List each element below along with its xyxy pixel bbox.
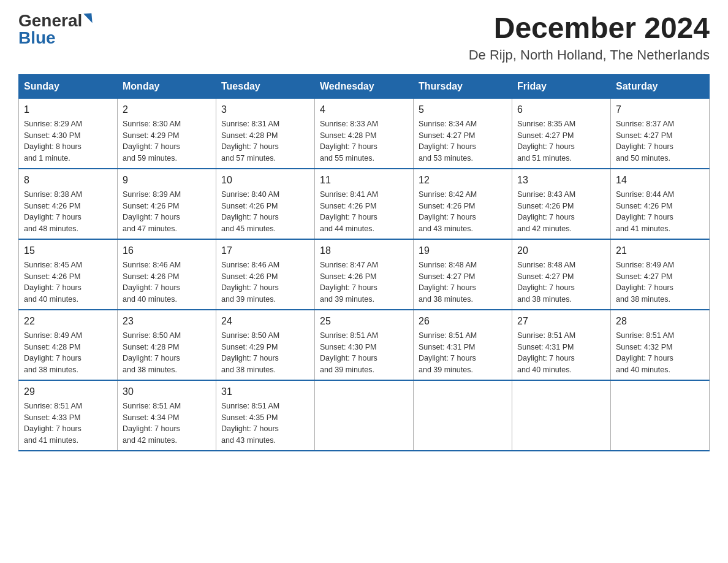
day-info: Sunrise: 8:34 AMSunset: 4:27 PMDaylight:… [419,118,507,164]
week-row-3: 15Sunrise: 8:45 AMSunset: 4:26 PMDayligh… [19,239,710,310]
week-row-1: 1Sunrise: 8:29 AMSunset: 4:30 PMDaylight… [19,98,710,169]
day-number: 12 [419,173,507,188]
day-info: Sunrise: 8:51 AMSunset: 4:33 PMDaylight:… [24,400,112,446]
day-cell-7: 7Sunrise: 8:37 AMSunset: 4:27 PMDaylight… [611,98,710,169]
logo-general-text: General [18,12,82,29]
day-cell-28: 28Sunrise: 8:51 AMSunset: 4:32 PMDayligh… [611,310,710,380]
day-info: Sunrise: 8:35 AMSunset: 4:27 PMDaylight:… [517,118,605,164]
day-cell-29: 29Sunrise: 8:51 AMSunset: 4:33 PMDayligh… [19,380,118,451]
logo-arrow-icon [84,13,93,23]
day-number: 18 [320,243,408,258]
day-cell-6: 6Sunrise: 8:35 AMSunset: 4:27 PMDaylight… [512,98,611,169]
logo: General Blue [18,12,92,47]
day-info: Sunrise: 8:49 AMSunset: 4:27 PMDaylight:… [616,259,704,305]
day-number: 30 [123,385,211,399]
day-cell-27: 27Sunrise: 8:51 AMSunset: 4:31 PMDayligh… [512,310,611,380]
day-cell-15: 15Sunrise: 8:45 AMSunset: 4:26 PMDayligh… [19,239,118,310]
day-info: Sunrise: 8:51 AMSunset: 4:34 PMDaylight:… [123,400,211,446]
day-cell-31: 31Sunrise: 8:51 AMSunset: 4:35 PMDayligh… [216,380,315,451]
day-info: Sunrise: 8:47 AMSunset: 4:26 PMDaylight:… [320,259,408,305]
col-header-friday: Friday [512,74,611,98]
col-header-saturday: Saturday [611,74,710,98]
day-number: 6 [517,102,605,117]
day-info: Sunrise: 8:30 AMSunset: 4:29 PMDaylight:… [123,118,211,164]
week-row-4: 22Sunrise: 8:49 AMSunset: 4:28 PMDayligh… [19,310,710,380]
day-cell-22: 22Sunrise: 8:49 AMSunset: 4:28 PMDayligh… [19,310,118,380]
header: General Blue December 2024 De Rijp, Nort… [18,12,710,63]
col-header-tuesday: Tuesday [216,74,315,98]
empty-cell [414,380,512,451]
day-info: Sunrise: 8:38 AMSunset: 4:26 PMDaylight:… [24,189,112,235]
day-info: Sunrise: 8:46 AMSunset: 4:26 PMDaylight:… [123,259,211,305]
day-cell-23: 23Sunrise: 8:50 AMSunset: 4:28 PMDayligh… [118,310,216,380]
day-cell-19: 19Sunrise: 8:48 AMSunset: 4:27 PMDayligh… [414,239,512,310]
week-row-2: 8Sunrise: 8:38 AMSunset: 4:26 PMDaylight… [19,169,710,239]
day-info: Sunrise: 8:51 AMSunset: 4:30 PMDaylight:… [320,330,408,376]
col-header-wednesday: Wednesday [315,74,414,98]
col-header-sunday: Sunday [19,74,118,98]
day-info: Sunrise: 8:31 AMSunset: 4:28 PMDaylight:… [221,118,309,164]
day-number: 7 [616,102,704,117]
day-cell-9: 9Sunrise: 8:39 AMSunset: 4:26 PMDaylight… [118,169,216,239]
month-year-title: December 2024 [469,12,710,45]
day-info: Sunrise: 8:51 AMSunset: 4:32 PMDaylight:… [616,330,704,376]
empty-cell [512,380,611,451]
day-number: 10 [221,173,309,188]
day-number: 4 [320,102,408,117]
day-number: 14 [616,173,704,188]
day-number: 19 [419,243,507,258]
calendar-table: SundayMondayTuesdayWednesdayThursdayFrid… [18,74,710,451]
col-header-monday: Monday [118,74,216,98]
week-row-5: 29Sunrise: 8:51 AMSunset: 4:33 PMDayligh… [19,380,710,451]
day-cell-11: 11Sunrise: 8:41 AMSunset: 4:26 PMDayligh… [315,169,414,239]
day-cell-3: 3Sunrise: 8:31 AMSunset: 4:28 PMDaylight… [216,98,315,169]
day-info: Sunrise: 8:39 AMSunset: 4:26 PMDaylight:… [123,189,211,235]
day-number: 17 [221,243,309,258]
empty-cell [611,380,710,451]
empty-cell [315,380,414,451]
day-number: 16 [123,243,211,258]
day-cell-20: 20Sunrise: 8:48 AMSunset: 4:27 PMDayligh… [512,239,611,310]
day-cell-25: 25Sunrise: 8:51 AMSunset: 4:30 PMDayligh… [315,310,414,380]
day-info: Sunrise: 8:33 AMSunset: 4:28 PMDaylight:… [320,118,408,164]
day-number: 1 [24,102,112,117]
day-number: 31 [221,385,309,399]
day-info: Sunrise: 8:44 AMSunset: 4:26 PMDaylight:… [616,189,704,235]
day-cell-10: 10Sunrise: 8:40 AMSunset: 4:26 PMDayligh… [216,169,315,239]
day-info: Sunrise: 8:29 AMSunset: 4:30 PMDaylight:… [24,118,112,164]
day-number: 8 [24,173,112,188]
day-info: Sunrise: 8:50 AMSunset: 4:29 PMDaylight:… [221,330,309,376]
day-cell-17: 17Sunrise: 8:46 AMSunset: 4:26 PMDayligh… [216,239,315,310]
day-info: Sunrise: 8:41 AMSunset: 4:26 PMDaylight:… [320,189,408,235]
day-cell-21: 21Sunrise: 8:49 AMSunset: 4:27 PMDayligh… [611,239,710,310]
day-cell-8: 8Sunrise: 8:38 AMSunset: 4:26 PMDaylight… [19,169,118,239]
day-info: Sunrise: 8:48 AMSunset: 4:27 PMDaylight:… [419,259,507,305]
col-header-thursday: Thursday [414,74,512,98]
day-info: Sunrise: 8:45 AMSunset: 4:26 PMDaylight:… [24,259,112,305]
day-info: Sunrise: 8:51 AMSunset: 4:31 PMDaylight:… [419,330,507,376]
day-cell-26: 26Sunrise: 8:51 AMSunset: 4:31 PMDayligh… [414,310,512,380]
day-number: 3 [221,102,309,117]
day-cell-14: 14Sunrise: 8:44 AMSunset: 4:26 PMDayligh… [611,169,710,239]
day-info: Sunrise: 8:48 AMSunset: 4:27 PMDaylight:… [517,259,605,305]
day-info: Sunrise: 8:37 AMSunset: 4:27 PMDaylight:… [616,118,704,164]
day-cell-18: 18Sunrise: 8:47 AMSunset: 4:26 PMDayligh… [315,239,414,310]
day-info: Sunrise: 8:50 AMSunset: 4:28 PMDaylight:… [123,330,211,376]
day-cell-1: 1Sunrise: 8:29 AMSunset: 4:30 PMDaylight… [19,98,118,169]
day-number: 22 [24,314,112,329]
day-info: Sunrise: 8:42 AMSunset: 4:26 PMDaylight:… [419,189,507,235]
day-cell-12: 12Sunrise: 8:42 AMSunset: 4:26 PMDayligh… [414,169,512,239]
day-info: Sunrise: 8:46 AMSunset: 4:26 PMDaylight:… [221,259,309,305]
day-info: Sunrise: 8:43 AMSunset: 4:26 PMDaylight:… [517,189,605,235]
day-info: Sunrise: 8:40 AMSunset: 4:26 PMDaylight:… [221,189,309,235]
day-number: 2 [123,102,211,117]
day-info: Sunrise: 8:49 AMSunset: 4:28 PMDaylight:… [24,330,112,376]
day-number: 25 [320,314,408,329]
day-info: Sunrise: 8:51 AMSunset: 4:31 PMDaylight:… [517,330,605,376]
day-info: Sunrise: 8:51 AMSunset: 4:35 PMDaylight:… [221,400,309,446]
day-number: 21 [616,243,704,258]
day-number: 15 [24,243,112,258]
title-area: December 2024 De Rijp, North Holland, Th… [469,12,710,63]
day-number: 29 [24,385,112,399]
day-number: 9 [123,173,211,188]
